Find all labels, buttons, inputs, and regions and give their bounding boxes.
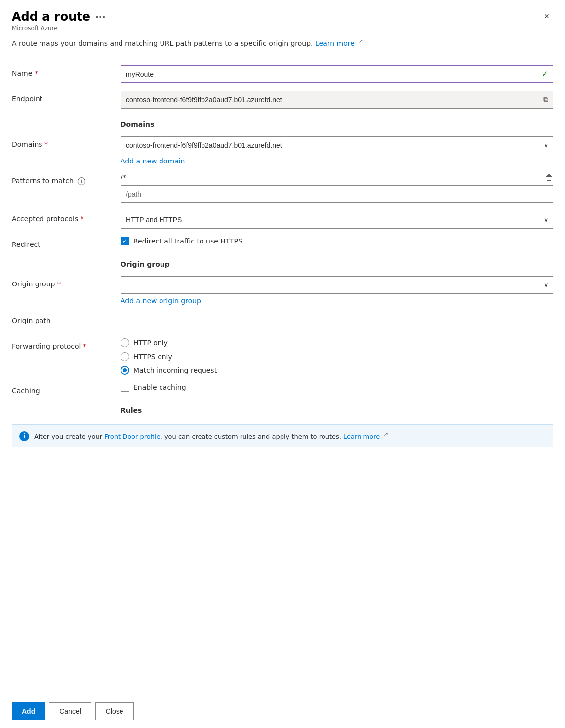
origin-path-control-area bbox=[121, 313, 553, 330]
name-input-wrapper: ✓ bbox=[121, 65, 553, 83]
panel-title-text: Add a route bbox=[12, 10, 90, 24]
radio-match-incoming-button[interactable] bbox=[121, 366, 129, 375]
front-door-profile-link[interactable]: Front Door profile bbox=[104, 433, 160, 440]
caching-text: Enable caching bbox=[133, 383, 186, 391]
spacer-label bbox=[12, 117, 121, 121]
cancel-button[interactable]: Cancel bbox=[49, 702, 91, 720]
protocols-label: Accepted protocols * bbox=[12, 211, 121, 223]
domains-section-heading-row: Domains bbox=[12, 117, 553, 134]
spacer-label2 bbox=[12, 256, 121, 260]
domains-row: Domains * contoso-frontend-f6f9f9ffb2a0a… bbox=[12, 136, 553, 165]
caching-label: Caching bbox=[12, 383, 121, 395]
endpoint-input-wrapper: ⧉ bbox=[121, 91, 553, 109]
domains-heading: Domains bbox=[121, 121, 553, 128]
domains-select[interactable]: contoso-frontend-f6f9f9ffb2a0aud7.b01.az… bbox=[121, 136, 553, 154]
caching-checkbox[interactable] bbox=[121, 383, 129, 392]
panel-footer: Add Cancel Close bbox=[0, 694, 565, 728]
forwarding-required-marker: * bbox=[83, 342, 86, 350]
radio-http-only[interactable]: HTTP only bbox=[121, 338, 553, 347]
rules-heading-row: Rules bbox=[12, 403, 553, 420]
rules-info-box: i After you create your Front Door profi… bbox=[12, 424, 553, 448]
radio-https-only[interactable]: HTTPS only bbox=[121, 352, 553, 361]
endpoint-control-area: ⧉ bbox=[121, 91, 553, 109]
pattern-new-input[interactable] bbox=[121, 185, 553, 203]
rules-heading-area: Rules bbox=[121, 403, 553, 420]
spacer-label3 bbox=[12, 403, 121, 406]
panel-description: A route maps your domains and matching U… bbox=[0, 38, 565, 57]
protocols-select[interactable]: HTTP and HTTPS HTTP only HTTPS only bbox=[121, 211, 553, 229]
protocols-row: Accepted protocols * HTTP and HTTPS HTTP… bbox=[12, 211, 553, 229]
add-domain-link[interactable]: Add a new domain bbox=[121, 157, 185, 165]
redirect-row: Redirect ✓ Redirect all traffic to use H… bbox=[12, 237, 553, 248]
origin-group-required-marker: * bbox=[57, 280, 61, 288]
forwarding-protocol-control-area: HTTP only HTTPS only Match incoming requ… bbox=[121, 338, 553, 375]
pattern-existing-value: /* bbox=[121, 173, 126, 181]
patterns-info-icon: i bbox=[78, 177, 85, 185]
info-icon: i bbox=[19, 431, 29, 441]
panel-more-icon[interactable]: ··· bbox=[95, 12, 106, 22]
radio-http-only-label: HTTP only bbox=[133, 339, 168, 347]
add-button[interactable]: Add bbox=[12, 702, 45, 720]
patterns-row: Patterns to match i /* 🗑 bbox=[12, 173, 553, 203]
domains-heading-area: Domains bbox=[121, 117, 553, 134]
origin-group-select[interactable] bbox=[121, 276, 553, 294]
radio-match-incoming[interactable]: Match incoming request bbox=[121, 366, 553, 375]
protocols-control-area: HTTP and HTTPS HTTP only HTTPS only ∨ bbox=[121, 211, 553, 229]
rules-info-text: After you create your Front Door profile… bbox=[34, 431, 388, 442]
external-link-icon: ↗ bbox=[358, 38, 363, 46]
redirect-checkbox[interactable]: ✓ bbox=[121, 237, 129, 245]
form-body: Name * ✓ Endpoint ⧉ bbox=[0, 57, 565, 694]
caching-checkbox-row: Enable caching bbox=[121, 383, 553, 392]
redirect-label: Redirect bbox=[12, 237, 121, 248]
endpoint-row: Endpoint ⧉ bbox=[12, 91, 553, 109]
name-label: Name * bbox=[12, 65, 121, 77]
forwarding-protocol-row: Forwarding protocol * HTTP only HTTPS on… bbox=[12, 338, 553, 375]
rules-learn-more-link[interactable]: Learn more bbox=[343, 433, 380, 440]
panel-title-block: Add a route ··· Microsoft Azure bbox=[12, 10, 106, 32]
delete-pattern-icon[interactable]: 🗑 bbox=[545, 173, 553, 182]
radio-http-only-button[interactable] bbox=[121, 338, 129, 347]
origin-path-label: Origin path bbox=[12, 313, 121, 324]
domains-select-wrapper: contoso-frontend-f6f9f9ffb2a0aud7.b01.az… bbox=[121, 136, 553, 154]
endpoint-input bbox=[121, 91, 553, 109]
add-route-panel: Add a route ··· Microsoft Azure × A rout… bbox=[0, 0, 565, 728]
name-input[interactable] bbox=[121, 65, 553, 83]
forwarding-protocol-radio-group: HTTP only HTTPS only Match incoming requ… bbox=[121, 338, 553, 375]
protocols-select-wrapper: HTTP and HTTPS HTTP only HTTPS only ∨ bbox=[121, 211, 553, 229]
origin-group-control-area: ∨ Add a new origin group bbox=[121, 276, 553, 305]
domains-label: Domains * bbox=[12, 136, 121, 148]
origin-heading-area: Origin group bbox=[121, 256, 553, 274]
rules-heading: Rules bbox=[121, 406, 553, 414]
origin-group-label: Origin group * bbox=[12, 276, 121, 288]
origin-group-heading: Origin group bbox=[121, 260, 553, 268]
radio-https-only-button[interactable] bbox=[121, 352, 129, 361]
redirect-text: Redirect all traffic to use HTTPS bbox=[133, 237, 242, 245]
add-origin-group-link[interactable]: Add a new origin group bbox=[121, 297, 201, 305]
close-button[interactable]: Close bbox=[95, 702, 134, 720]
pattern-existing-row: /* 🗑 bbox=[121, 173, 553, 182]
name-valid-icon: ✓ bbox=[542, 69, 548, 79]
domains-control-area: contoso-frontend-f6f9f9ffb2a0aud7.b01.az… bbox=[121, 136, 553, 165]
redirect-checkmark: ✓ bbox=[122, 238, 127, 244]
description-learn-more-link[interactable]: Learn more bbox=[315, 40, 355, 47]
radio-match-incoming-dot bbox=[123, 368, 127, 372]
rules-external-link-icon: ↗ bbox=[383, 431, 388, 439]
radio-match-incoming-label: Match incoming request bbox=[133, 366, 217, 374]
radio-https-only-label: HTTPS only bbox=[133, 353, 172, 361]
panel-title-row: Add a route ··· bbox=[12, 10, 106, 24]
caching-control-area: Enable caching bbox=[121, 383, 553, 392]
name-row: Name * ✓ bbox=[12, 65, 553, 83]
close-x-button[interactable]: × bbox=[540, 10, 553, 23]
origin-path-input[interactable] bbox=[121, 313, 553, 330]
caching-row: Caching Enable caching bbox=[12, 383, 553, 395]
domains-required-marker: * bbox=[44, 140, 48, 148]
name-control-area: ✓ bbox=[121, 65, 553, 83]
patterns-label: Patterns to match i bbox=[12, 173, 121, 185]
patterns-control-area: /* 🗑 bbox=[121, 173, 553, 203]
panel-header: Add a route ··· Microsoft Azure × bbox=[0, 0, 565, 38]
origin-path-row: Origin path bbox=[12, 313, 553, 330]
copy-icon[interactable]: ⧉ bbox=[543, 95, 548, 104]
origin-group-select-wrapper: ∨ bbox=[121, 276, 553, 294]
forwarding-protocol-label: Forwarding protocol * bbox=[12, 338, 121, 350]
redirect-checkbox-row: ✓ Redirect all traffic to use HTTPS bbox=[121, 237, 553, 245]
